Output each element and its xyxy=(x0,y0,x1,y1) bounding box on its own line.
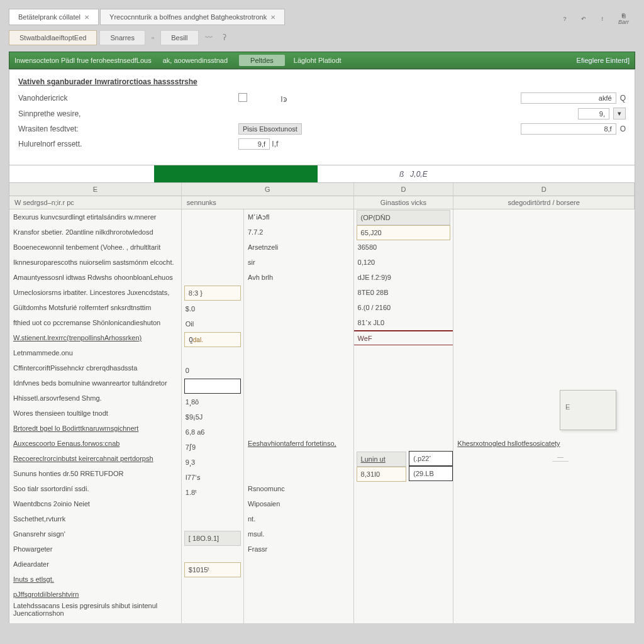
row-label: Latehdssacans Lesis pgresiruls shibut is… xyxy=(9,602,181,617)
amount-cell[interactable]: (OP(DŇD xyxy=(357,210,451,225)
form-label: Hulurelnorf erssett. xyxy=(18,140,238,148)
export-icon[interactable]: ⎘ Barr xyxy=(618,13,629,25)
form-input[interactable] xyxy=(521,123,616,135)
amount-cell xyxy=(354,511,453,526)
undo-icon[interactable]: ↶ xyxy=(581,16,586,22)
value-cell xyxy=(182,225,243,240)
row-label: Phowargeter xyxy=(9,541,181,557)
row-label: Waentdbcns 2oinio Neiet xyxy=(9,496,181,511)
col-header[interactable]: G xyxy=(182,183,354,196)
note-cell xyxy=(453,375,635,391)
form-panel: Vativeh sganburader lnwratirorctioas has… xyxy=(9,69,635,165)
row-label: Soo tialr ssortordiní ssdi. xyxy=(9,481,181,496)
amount-cell xyxy=(354,391,453,406)
aux-cell: Arsetnzeli xyxy=(244,240,353,255)
amount-cell[interactable]: 8,31I0 xyxy=(357,467,407,482)
amount-cell xyxy=(354,496,453,511)
form-suffix: Q xyxy=(620,94,626,103)
toolbar-btn-3[interactable]: Besill xyxy=(160,30,198,45)
close-icon[interactable]: ✕ xyxy=(270,14,275,21)
tab-2-label: Yrecocnnturik a bolfnes andghet Batgheok… xyxy=(109,13,267,21)
amount-cell[interactable]: 65,J20 xyxy=(357,225,451,240)
checkbox[interactable] xyxy=(238,93,247,102)
value-cell xyxy=(182,593,243,608)
value-cell: 0 xyxy=(182,363,243,378)
form-input[interactable] xyxy=(238,138,270,150)
value-cell: $.0 xyxy=(182,301,243,316)
note-cell xyxy=(453,255,635,270)
amount-cell: dJE f.2:9)9 xyxy=(354,270,453,285)
col-header[interactable]: D xyxy=(354,183,454,196)
aux-cell xyxy=(244,451,353,466)
note-cell xyxy=(453,225,635,240)
amount-cell-2[interactable]: (29.LB xyxy=(409,466,453,481)
amount-cell: 36580 xyxy=(354,240,453,255)
col-header[interactable]: D xyxy=(453,183,635,196)
ribbon-item-2[interactable]: ak, aoowendinsstnad xyxy=(163,57,228,64)
value-cell[interactable]: 0̱ dal. xyxy=(184,332,241,347)
value-cell[interactable] xyxy=(184,379,241,394)
value-cell: 6,8 a6 xyxy=(182,425,243,440)
stepper-icon[interactable]: ▾ xyxy=(613,108,626,119)
amount-cell[interactable]: Lunin ut xyxy=(357,452,407,467)
value-cell xyxy=(182,348,243,363)
value-cell: 1͵8ô xyxy=(182,394,243,409)
note-cell xyxy=(453,451,635,466)
aux-cell: msul. xyxy=(244,526,353,541)
aux-cell: Avh brlh xyxy=(244,270,353,285)
aux-cell xyxy=(244,360,353,375)
row-label: W.stienent.lrexrrc(trenpollinshArhossrke… xyxy=(9,330,181,345)
aux-cell xyxy=(244,345,353,360)
note-cell xyxy=(453,315,635,330)
side-popup[interactable]: E xyxy=(560,390,616,430)
value-cell[interactable]: [ 18O.9.1] xyxy=(184,531,241,546)
amount-cell xyxy=(354,526,453,541)
toolbar-btn-1[interactable]: StwatbaldlaeiftoptEed xyxy=(9,30,97,45)
col-header[interactable]: E xyxy=(9,183,182,196)
spreadsheet: E G D D W sedrgsd–n;ir.r pc sennunks Gin… xyxy=(9,183,635,623)
amount-cell-2[interactable]: (.p22ʼ xyxy=(409,451,453,466)
form-suffix: O xyxy=(620,125,626,133)
amount-cell xyxy=(354,481,453,496)
row-label: Inuts s etlsgt. xyxy=(9,572,181,587)
amount-cell xyxy=(354,406,453,421)
row-label: Gültdomhs Motsfurié rolfernterf snksrdtn… xyxy=(9,300,181,315)
row-label: Hhissetl.arsovrfesend Shmg. xyxy=(9,391,181,406)
form-row-2: Sinnprethe wesire, ▾ xyxy=(18,108,626,119)
form-input[interactable] xyxy=(578,108,609,119)
note-cell xyxy=(453,587,635,602)
ribbon-right[interactable]: Efieglere Einterd] xyxy=(577,57,630,64)
form-row-1: Vanohdericrick Iͽ Q xyxy=(18,92,626,104)
form-input[interactable] xyxy=(521,92,616,104)
value-cell[interactable]: $1015ᵗ xyxy=(184,562,241,577)
aux-cell xyxy=(244,602,353,617)
toolbar-btn-2[interactable]: Snarres xyxy=(99,30,145,45)
ribbon-item-1[interactable]: Inwensocteton Pädl frue feroheestnsedfLo… xyxy=(14,57,152,64)
ribbon-mid[interactable]: Lägloht Platiodt xyxy=(294,57,341,64)
form-label: Sinnprethe wesire, xyxy=(18,109,238,118)
row-label: Letnmammede.onu xyxy=(9,345,181,360)
alert-icon[interactable]: ! xyxy=(601,16,603,22)
toolbar-hook-icon: ʔ xyxy=(219,33,230,42)
amount-cell: 8TE0 28B xyxy=(354,285,453,300)
row-label: pJffsgrotdiíblershtvirn xyxy=(9,587,181,602)
aux-cell: Wiposaien xyxy=(244,496,353,511)
value-cell[interactable]: 8:3 } xyxy=(184,286,241,301)
tab-2[interactable]: Yrecocnnturik a bolfnes andghet Batgheok… xyxy=(100,9,285,25)
column-headers: E G D D xyxy=(9,183,635,196)
ribbon-button[interactable]: Peltdes xyxy=(239,55,285,66)
amount-cell xyxy=(354,587,453,602)
close-icon[interactable]: ✕ xyxy=(84,14,89,21)
amount-cell xyxy=(354,421,453,436)
value-cell: 1.8ᵗ xyxy=(182,485,243,500)
form-label: Wrasiten fesdtvet: xyxy=(18,125,238,133)
tab-1[interactable]: Betätelprank cóllatel ✕ xyxy=(9,9,99,25)
note-cell xyxy=(453,300,635,315)
form-button[interactable]: Pisis Ebsoxtunost xyxy=(238,123,302,135)
ribbon-bar: Inwensocteton Pädl frue feroheestnsedfLo… xyxy=(9,52,635,69)
row-label: Urneclosiorsrns irbatiter. Lincestores J… xyxy=(9,285,181,300)
row-label: Adieardater xyxy=(9,557,181,572)
help-icon[interactable]: ? xyxy=(563,16,566,22)
aux-cell: sir xyxy=(244,255,353,270)
value-cell: 9͵3 xyxy=(182,455,243,470)
